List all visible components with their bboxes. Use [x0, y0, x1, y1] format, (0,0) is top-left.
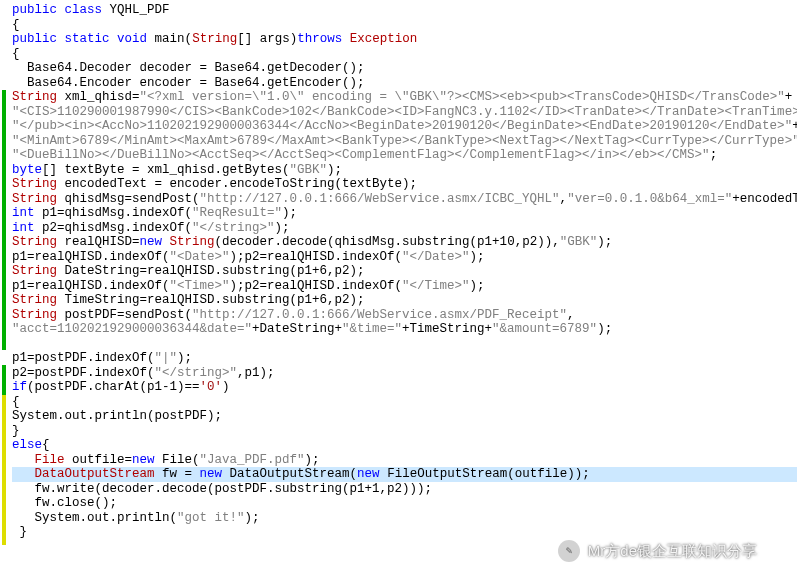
highlighted-line: DataOutputStream fw = new DataOutputStre…: [12, 467, 797, 482]
code-line: p1=realQHISD.indexOf("<Time>");p2=realQH…: [12, 279, 797, 294]
code-line: int p1=qhisdMsg.indexOf("ReqResult=");: [12, 206, 797, 221]
code-line: fw.write(decoder.decode(postPDF.substrin…: [12, 482, 797, 497]
watermark: ✎ Mr方de银企互联知识分享: [558, 540, 757, 562]
code-line: System.out.println(postPDF);: [12, 409, 797, 424]
code-line: byte[] textByte = xml_qhisd.getBytes("GB…: [12, 163, 797, 178]
code-line: "<CIS>110290001987990</CIS><BankCode>102…: [12, 105, 797, 120]
code-line: "<MinAmt>6789</MinAmt><MaxAmt>6789</MaxA…: [12, 134, 797, 149]
watermark-text: Mr方de银企互联知识分享: [588, 544, 757, 559]
code-line: }: [12, 424, 797, 439]
code-line: String DateString=realQHISD.substring(p1…: [12, 264, 797, 279]
code-line: Base64.Encoder encoder = Base64.getEncod…: [12, 76, 797, 91]
code-line: {: [12, 395, 797, 410]
code-line: public class YQHL_PDF: [12, 3, 797, 18]
code-line: Base64.Decoder decoder = Base64.getDecod…: [12, 61, 797, 76]
change-marker: [2, 365, 6, 395]
code-line: "<DueBillNo></DueBillNo><AcctSeq></AcctS…: [12, 148, 797, 163]
change-marker: [2, 395, 6, 545]
code-line: p1=postPDF.indexOf("|");: [12, 351, 797, 366]
code-line: if(postPDF.charAt(p1-1)=='0'): [12, 380, 797, 395]
code-line: String postPDF=sendPost("http://127.0.0.…: [12, 308, 797, 323]
code-line: File outfile=new File("Java_PDF.pdf");: [12, 453, 797, 468]
code-line: String realQHISD=new String(decoder.deco…: [12, 235, 797, 250]
code-line: [12, 337, 797, 352]
code-line: p2=postPDF.indexOf("</string>",p1);: [12, 366, 797, 381]
code-line: System.out.println("got it!");: [12, 511, 797, 526]
code-line: p1=realQHISD.indexOf("<Date>");p2=realQH…: [12, 250, 797, 265]
code-line: String TimeString=realQHISD.substring(p1…: [12, 293, 797, 308]
code-line: String qhisdMsg=sendPost("http://127.0.0…: [12, 192, 797, 207]
code-line: {: [12, 47, 797, 62]
code-line: "acct=1102021929000036344&date="+DateStr…: [12, 322, 797, 337]
code-line: fw.close();: [12, 496, 797, 511]
code-line: else{: [12, 438, 797, 453]
code-line: }: [12, 525, 797, 540]
code-line: {: [12, 18, 797, 33]
code-line: "</pub><in><AccNo>1102021929000036344</A…: [12, 119, 797, 134]
code-line: public static void main(String[] args)th…: [12, 32, 797, 47]
code-line: int p2=qhisdMsg.indexOf("</string>");: [12, 221, 797, 236]
code-line: String xml_qhisd="<?xml version=\"1.0\" …: [12, 90, 797, 105]
wechat-icon: ✎: [558, 540, 580, 562]
code-line: String encodedText = encoder.encodeToStr…: [12, 177, 797, 192]
change-marker: [2, 90, 6, 350]
